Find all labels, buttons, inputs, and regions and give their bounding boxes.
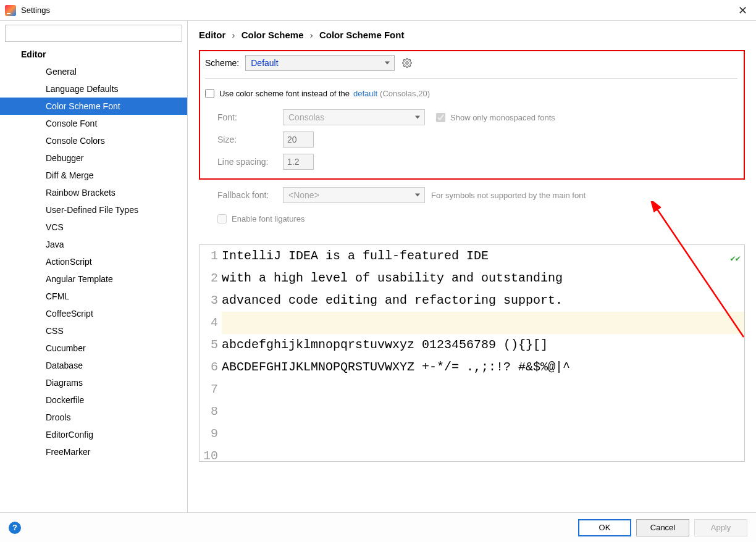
close-icon[interactable]: ✕: [734, 4, 751, 17]
cancel-button[interactable]: Cancel: [636, 519, 689, 536]
sidebar-item[interactable]: Cucumber: [0, 340, 187, 357]
content-pane: Editor › Color Scheme › Color Scheme Fon…: [188, 21, 756, 512]
apply-button[interactable]: Apply: [694, 519, 747, 536]
default-font-link[interactable]: default: [353, 89, 377, 98]
search-input[interactable]: [5, 25, 182, 42]
sidebar-item[interactable]: Java: [0, 236, 187, 253]
breadcrumb: Editor › Color Scheme › Color Scheme Fon…: [199, 30, 745, 40]
sidebar-item[interactable]: General: [0, 63, 187, 80]
scheme-dropdown[interactable]: Default: [245, 55, 395, 71]
monospaced-checkbox[interactable]: Show only monospaced fonts: [436, 113, 555, 122]
fallback-label: Fallback font:: [217, 190, 277, 200]
preview-gutter: 12345678910: [200, 245, 222, 461]
sidebar-item[interactable]: Rainbow Brackets: [0, 184, 187, 201]
chevron-right-icon: ›: [310, 30, 313, 40]
linespacing-input[interactable]: [283, 154, 314, 170]
sidebar-item[interactable]: EditorConfig: [0, 426, 187, 443]
font-preview: 12345678910 IntelliJ IDEA is a full-feat…: [199, 244, 745, 462]
chevron-right-icon: ›: [232, 30, 235, 40]
gear-icon[interactable]: [401, 57, 413, 69]
window-title: Settings: [21, 6, 734, 15]
titlebar: Settings ✕: [0, 0, 756, 21]
sidebar-item[interactable]: Debugger: [0, 149, 187, 167]
monospaced-input[interactable]: [436, 113, 445, 122]
svg-point-0: [406, 62, 408, 64]
sidebar-section-editor[interactable]: Editor: [0, 46, 187, 63]
sidebar-item[interactable]: Drools: [0, 409, 187, 426]
default-font-hint: (Consolas,20): [380, 89, 430, 98]
sidebar-item[interactable]: Database: [0, 357, 187, 374]
sidebar-item[interactable]: User-Defined File Types: [0, 201, 187, 219]
app-icon: [5, 5, 16, 16]
font-label: Font:: [217, 112, 277, 122]
sidebar-item[interactable]: CFML: [0, 288, 187, 305]
sidebar-item[interactable]: CoffeeScript: [0, 305, 187, 322]
inspection-icon[interactable]: ✔✔: [730, 248, 741, 270]
fallback-hint: For symbols not supported by the main fo…: [431, 191, 586, 200]
sidebar-item[interactable]: Console Colors: [0, 132, 187, 149]
divider: [205, 78, 737, 79]
breadcrumb-item: Color Scheme Font: [319, 30, 405, 40]
help-icon[interactable]: ?: [9, 522, 21, 534]
sidebar-item[interactable]: Diff & Merge: [0, 167, 187, 184]
fallback-dropdown[interactable]: <None>: [283, 187, 425, 203]
linespacing-label: Line spacing:: [217, 157, 277, 167]
sidebar-item[interactable]: Color Scheme Font: [0, 98, 187, 115]
sidebar-item[interactable]: Dockerfile: [0, 391, 187, 409]
use-scheme-font-input[interactable]: [205, 89, 214, 98]
highlight-box: Scheme: Default Use color scheme font in…: [199, 50, 745, 180]
scheme-label: Scheme:: [205, 58, 239, 68]
ok-button[interactable]: OK: [578, 519, 631, 536]
sidebar-item[interactable]: ActionScript: [0, 253, 187, 270]
sidebar-item[interactable]: Diagrams: [0, 374, 187, 391]
sidebar-item[interactable]: CSS: [0, 322, 187, 340]
sidebar: 🔍 EditorGeneralLanguage DefaultsColor Sc…: [0, 21, 188, 512]
size-input[interactable]: [283, 131, 314, 148]
use-scheme-font-checkbox[interactable]: Use color scheme font instead of the: [205, 89, 350, 98]
ligatures-checkbox[interactable]: Enable font ligatures: [217, 214, 305, 223]
sidebar-item[interactable]: Angular Template: [0, 270, 187, 288]
sidebar-item[interactable]: Console Font: [0, 115, 187, 132]
breadcrumb-item[interactable]: Editor: [199, 30, 225, 40]
size-label: Size:: [217, 135, 277, 144]
font-dropdown[interactable]: Consolas: [283, 109, 425, 125]
dialog-footer: ? OK Cancel Apply: [0, 512, 756, 542]
preview-code: IntelliJ IDEA is a full-featured IDE wit…: [222, 245, 744, 461]
sidebar-item[interactable]: Language Defaults: [0, 80, 187, 98]
sidebar-item[interactable]: FreeMarker: [0, 443, 187, 461]
settings-tree[interactable]: EditorGeneralLanguage DefaultsColor Sche…: [0, 46, 187, 512]
breadcrumb-item[interactable]: Color Scheme: [242, 30, 304, 40]
ligatures-input[interactable]: [217, 214, 227, 223]
sidebar-item[interactable]: VCS: [0, 219, 187, 236]
